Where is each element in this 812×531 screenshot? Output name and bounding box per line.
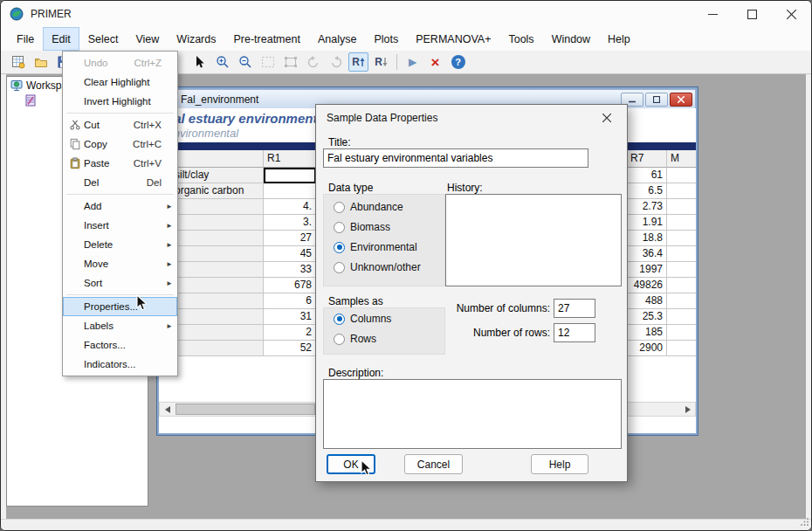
menu-item-cut[interactable]: CutCtrl+X [63,115,177,134]
menu-item-indicators[interactable]: Indicators... [63,355,177,374]
history-listbox[interactable] [445,194,622,286]
menu-plots[interactable]: Plots [365,27,407,51]
table-cell[interactable]: 49826 [627,278,667,293]
table-cell[interactable]: 61 [627,168,667,183]
table-cell[interactable]: 25.3 [627,309,667,325]
column-header[interactable]: R7 [627,150,667,168]
menu-file[interactable]: File [8,27,43,51]
cancel-button[interactable]: Cancel [404,454,463,474]
table-cell[interactable]: 6 [264,293,316,309]
menu-tools[interactable]: Tools [499,27,542,51]
dialog-close-button[interactable] [595,108,618,128]
table-cell[interactable] [667,293,696,309]
menu-item-add[interactable]: Add► [63,197,177,216]
dialog-title-bar[interactable]: Sample Data Properties [316,105,627,131]
radio-biomass[interactable]: Biomass [334,221,390,233]
table-cell[interactable]: 488 [627,293,667,309]
table-cell[interactable]: 1997 [627,262,667,278]
menu-item-insert[interactable]: Insert► [63,216,177,235]
table-cell[interactable] [667,231,696,246]
table-cell[interactable]: 52 [264,341,316,356]
radio-unknown-other[interactable]: Unknown/other [334,261,421,273]
new-worksheet-icon[interactable] [8,52,28,72]
menu-pre-treatment[interactable]: Pre-treatment [224,27,308,51]
menu-item-move[interactable]: Move► [63,254,177,273]
scroll-left-icon[interactable] [160,403,175,416]
table-cell[interactable]: 33 [264,262,316,278]
table-cell[interactable]: 2.73 [627,199,667,215]
menu-window[interactable]: Window [543,27,599,51]
menu-item-sort[interactable]: Sort► [63,273,177,293]
close-button[interactable] [772,1,811,27]
table-cell[interactable]: 18.8 [627,231,667,246]
boundary-icon[interactable] [280,52,300,72]
menu-analyse[interactable]: Analyse [309,27,365,51]
table-cell[interactable]: 2 [264,325,316,341]
table-cell[interactable] [667,246,696,262]
menu-item-paste[interactable]: PasteCtrl+V [63,154,177,173]
stop-icon[interactable]: × [425,52,445,72]
table-cell[interactable]: 1.91 [627,215,667,231]
menu-item-del[interactable]: DelDel [63,173,177,192]
num-rows-input[interactable] [554,323,595,342]
table-cell[interactable] [667,309,696,325]
menu-item-labels[interactable]: Labels► [63,316,177,335]
menu-select[interactable]: Select [79,27,127,51]
table-cell[interactable] [264,183,316,199]
table-cell[interactable] [667,325,696,341]
label-select-icon[interactable] [258,52,278,72]
table-cell[interactable] [667,278,696,293]
radio-columns[interactable]: Columns [334,313,391,325]
table-cell[interactable]: 31 [264,309,316,325]
table-cell[interactable]: 3. [264,215,316,231]
dehighlight-icon[interactable]: R [371,52,391,72]
title-input[interactable] [323,148,588,168]
menu-view[interactable]: View [127,27,168,51]
table-cell[interactable] [667,183,696,199]
menu-item-delete[interactable]: Delete► [63,235,177,254]
table-cell[interactable] [667,168,696,183]
zoom-in-icon[interactable] [212,52,232,72]
description-textarea[interactable] [323,379,622,449]
menu-item-factors[interactable]: Factors... [63,335,177,355]
radio-environmental[interactable]: Environmental [334,241,417,253]
table-cell[interactable]: 36.4 [627,246,667,262]
menu-item-properties[interactable]: Properties... [63,297,177,316]
table-cell[interactable]: 27 [264,231,316,246]
column-header[interactable]: M [667,150,696,168]
num-columns-input[interactable] [554,299,595,318]
table-cell[interactable] [667,262,696,278]
rotate-left-icon[interactable] [303,52,323,72]
radio-abundance[interactable]: Abundance [334,201,403,213]
table-cell[interactable]: 678 [264,278,316,293]
rotate-right-icon[interactable] [326,52,346,72]
menu-item-copy[interactable]: CopyCtrl+C [63,134,177,154]
table-cell[interactable] [667,341,696,356]
table-cell[interactable] [264,168,316,183]
menu-permanova[interactable]: PERMANOVA+ [407,27,499,51]
open-icon[interactable] [31,52,51,72]
resize-grip[interactable] [800,517,809,529]
run-icon[interactable]: ▶ [403,52,423,72]
pointer-icon[interactable] [189,52,210,72]
table-cell[interactable]: 4. [264,199,316,215]
maximize-button[interactable] [733,1,772,27]
table-cell[interactable]: 45 [264,246,316,262]
table-cell[interactable]: 6.5 [627,183,667,199]
menu-help[interactable]: Help [599,27,639,51]
column-header[interactable]: R1 [264,150,316,168]
minimize-button[interactable] [693,1,733,27]
table-cell[interactable]: 185 [627,325,667,341]
menu-item-clear-highlight[interactable]: Clear Highlight [63,72,177,92]
scroll-right-icon[interactable] [680,403,695,416]
doc-close-button[interactable] [670,93,692,107]
highlight-icon[interactable]: R [348,52,368,72]
menu-wizards[interactable]: Wizards [168,27,224,51]
doc-maximize-button[interactable] [645,93,668,107]
menu-item-undo[interactable]: UndoCtrl+Z [63,53,177,72]
radio-rows[interactable]: Rows [334,333,376,345]
help-button[interactable]: Help [531,454,588,474]
table-cell[interactable] [667,199,696,215]
help-icon[interactable]: ? [448,52,468,72]
menu-edit[interactable]: Edit [43,27,79,51]
